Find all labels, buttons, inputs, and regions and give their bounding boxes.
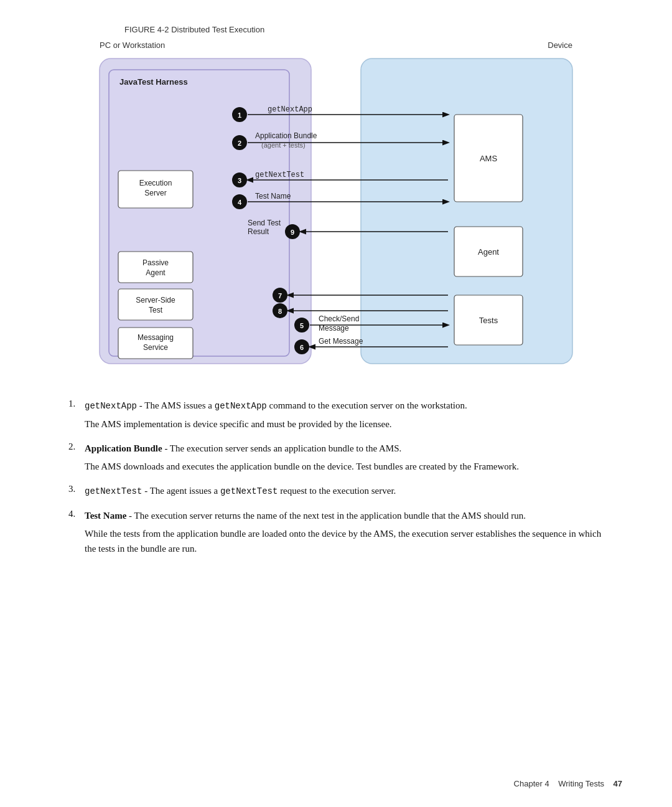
list-num-3: 3. (68, 484, 81, 499)
svg-text:getNextTest: getNextTest (255, 171, 304, 179)
svg-text:7: 7 (278, 292, 282, 300)
numbered-list: 1. getNextApp - The AMS issues a getNext… (68, 399, 604, 556)
footer-pagenum: 47 (614, 779, 622, 788)
subpara-1: The AMS implementation is device specifi… (85, 417, 604, 432)
svg-text:2: 2 (238, 139, 241, 147)
svg-text:4: 4 (238, 199, 242, 206)
svg-text:Server-Side: Server-Side (136, 296, 175, 304)
subpara-2: The AMS downloads and executes the appli… (85, 460, 604, 474)
svg-text:getNextApp: getNextApp (268, 105, 312, 114)
svg-text:Test Name: Test Name (255, 192, 291, 201)
svg-text:Send Test: Send Test (248, 219, 281, 227)
figure-caption-text: Distributed Test Execution (171, 25, 264, 34)
svg-text:1: 1 (238, 111, 241, 119)
svg-rect-7 (118, 252, 193, 283)
svg-text:Server: Server (144, 189, 166, 197)
list-num-4: 4. (68, 509, 81, 523)
diagram-svg: JavaTest Harness Execution Server Passiv… (93, 52, 579, 376)
svg-text:Get Message: Get Message (319, 337, 363, 346)
svg-text:Agent: Agent (146, 268, 166, 277)
svg-text:9: 9 (291, 229, 294, 236)
svg-text:Agent: Agent (478, 247, 499, 257)
svg-text:Service: Service (143, 343, 168, 352)
footer-chapter: Chapter 4 (514, 779, 549, 788)
diagram-svg-element: JavaTest Harness Execution Server Passiv… (93, 52, 579, 376)
zone-left-label: PC or Workstation (100, 40, 165, 50)
svg-text:Application Bundle: Application Bundle (255, 131, 317, 140)
svg-text:8: 8 (278, 308, 282, 315)
svg-text:Passive: Passive (142, 258, 169, 267)
svg-text:6: 6 (300, 344, 304, 351)
svg-text:Execution: Execution (139, 179, 172, 187)
footer-section: Writing Tests (558, 779, 604, 788)
svg-text:5: 5 (300, 322, 304, 329)
svg-text:Messaging: Messaging (138, 333, 174, 342)
list-item-4: 4. Test Name - The execution server retu… (68, 509, 604, 556)
svg-text:Tests: Tests (479, 316, 498, 325)
figure-caption-bold: FIGURE 4-2 (124, 25, 169, 34)
svg-text:Result: Result (248, 227, 269, 236)
list-text-1: getNextApp - The AMS issues a getNextApp… (85, 399, 467, 413)
list-num-1: 1. (68, 399, 81, 413)
list-text-3: getNextTest - The agent issues a getNext… (85, 484, 396, 499)
list-item-2: 2. Application Bundle - The execution se… (68, 441, 604, 474)
zone-labels: PC or Workstation Device (93, 40, 579, 50)
list-text-2: Application Bundle - The execution serve… (85, 441, 401, 456)
svg-text:AMS: AMS (480, 154, 498, 163)
subpara-4: While the tests from the application bun… (85, 527, 604, 556)
svg-text:(agent + tests): (agent + tests) (261, 141, 306, 149)
content-area: 1. getNextApp - The AMS issues a getNext… (68, 399, 604, 556)
list-item-1: 1. getNextApp - The AMS issues a getNext… (68, 399, 604, 432)
svg-rect-10 (118, 289, 193, 320)
svg-text:Check/Send: Check/Send (319, 314, 359, 323)
svg-text:Message: Message (319, 324, 349, 333)
diagram-wrapper: PC or Workstation Device JavaTest Harnes… (93, 40, 579, 376)
list-text-4: Test Name - The execution server returns… (85, 509, 526, 523)
zone-right-label: Device (548, 40, 572, 50)
list-num-2: 2. (68, 441, 81, 456)
svg-text:JavaTest Harness: JavaTest Harness (119, 77, 188, 87)
list-item-3: 3. getNextTest - The agent issues a getN… (68, 484, 604, 499)
figure-caption: FIGURE 4-2 Distributed Test Execution (124, 25, 622, 34)
page-footer: Chapter 4 Writing Tests 47 (514, 779, 622, 788)
svg-text:3: 3 (238, 177, 241, 184)
svg-text:Test: Test (149, 306, 163, 314)
